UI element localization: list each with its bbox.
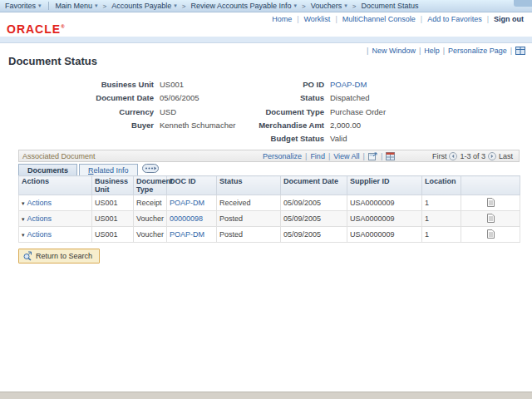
doc-id-link[interactable]: 00000098 [170,214,203,223]
field-value: US001 [160,80,184,89]
field-business-unit: Business Unit US001 [21,80,184,89]
home-link[interactable]: Home [272,15,292,23]
associated-document-grid: Associated Document Personalize | Find |… [18,150,520,243]
add-to-favorites-link[interactable]: Add to Favorites [427,15,482,23]
find-link[interactable]: Find [310,150,325,162]
link-separator: | [421,15,422,23]
col-actions: Actions [19,176,92,195]
favorites-menu[interactable]: Favorites ▾ [5,2,42,10]
field-label: Budget Status [209,134,324,143]
topbar-corner-decoration [514,0,532,7]
col-document-type: Document Type [134,176,167,195]
new-window-link[interactable]: New Window [372,47,416,55]
zoom-window-icon[interactable] [368,152,377,160]
link-separator: | [328,150,330,162]
table-row: ▾Actions US001 Voucher POAP-DM Posted 05… [19,227,520,243]
chevron-down-icon: ▾ [38,2,42,9]
download-grid-icon[interactable] [386,152,395,160]
main-menu-label: Main Menu [56,2,93,10]
layout-grid-icon[interactable] [515,47,525,55]
window-bottom-strip [0,392,532,399]
field-currency: Currency USD [21,107,176,116]
breadcrumb-item-accounts-payable[interactable]: Accounts Payable ▾ [98,2,177,10]
cell-business-unit: US001 [92,211,134,227]
cell-status: Posted [217,227,281,243]
link-separator: | [381,150,382,162]
field-label: Merchandise Amt [209,121,324,130]
field-label: Status [209,93,324,102]
favorites-label: Favorites [5,2,36,10]
field-value: Dispatched [330,93,370,102]
link-separator: | [419,47,421,55]
field-value: 2,000.00 [330,121,361,130]
personalize-link[interactable]: Personalize [263,150,302,162]
cell-document-type: Voucher [134,227,167,243]
show-all-columns-icon[interactable] [142,164,159,175]
actions-link[interactable]: Actions [27,199,52,207]
tab-label: elated Info [94,166,129,175]
doc-id-link[interactable]: POAP-DM [170,199,204,207]
help-link[interactable]: Help [424,47,440,55]
worklist-link[interactable]: Worklist [304,15,331,23]
next-page-icon[interactable] [488,152,496,160]
last-page-link[interactable]: Last [499,150,513,162]
cell-location: 1 [422,195,461,211]
return-to-search-button[interactable]: Return to Search [18,249,100,264]
grid-header-bar: Associated Document Personalize | Find |… [18,150,520,162]
field-value: USD [160,107,176,116]
breadcrumb-item-document-status: Document Status [347,2,419,10]
field-merchandise-amt: Merchandise Amt 2,000.00 [209,121,361,130]
first-page-link[interactable]: First [432,150,447,162]
table-header-row: Actions Business Unit Document Type DOC … [19,176,520,195]
link-separator: | [335,15,337,23]
field-value: 05/06/2005 [160,93,200,102]
col-location: Location [422,176,461,195]
field-label: Document Date [21,93,154,102]
field-label: Currency [21,107,154,116]
col-supplier-id: Supplier ID [347,176,422,195]
view-document-icon[interactable] [487,232,495,240]
breadcrumb-item-review-ap-info[interactable]: Review Accounts Payable Info ▾ [177,2,297,10]
sign-out-link[interactable]: Sign out [494,15,524,23]
view-document-icon[interactable] [487,200,495,209]
return-to-search-icon [22,251,36,261]
col-view-document [461,176,520,195]
personalize-page-link[interactable]: Personalize Page [448,47,507,55]
col-doc-id: DOC ID [167,176,217,195]
breadcrumb-label: Document Status [361,2,418,10]
actions-link[interactable]: Actions [27,230,52,239]
col-document-date: Document Date [281,176,347,195]
grid-title: Associated Document [22,150,96,162]
cell-supplier-id: USA0000009 [347,227,422,243]
tab-related-info[interactable]: Related Info [79,164,138,175]
field-label: Business Unit [21,80,154,89]
cell-document-type: Voucher [134,211,167,227]
cell-document-date: 05/09/2005 [281,211,347,227]
link-separator: | [510,47,512,55]
previous-page-icon[interactable] [449,152,457,160]
link-separator: | [363,150,365,162]
col-business-unit: Business Unit [92,176,134,195]
tab-documents[interactable]: Documents [18,164,77,175]
table-row: ▾Actions US001 Receipt POAP-DM Received … [19,195,520,211]
cell-document-date: 05/09/2005 [281,227,347,243]
view-all-link[interactable]: View All [333,150,359,162]
grid-tabs: Documents Related Info [18,163,520,175]
main-menu[interactable]: Main Menu ▾ [56,2,98,10]
actions-link[interactable]: Actions [27,214,52,223]
cell-location: 1 [422,227,461,243]
cell-document-date: 05/09/2005 [281,195,347,211]
grid-pagination: First 1-3 of 3 Last [430,150,515,162]
doc-id-link[interactable]: POAP-DM [170,230,204,239]
view-document-icon[interactable] [487,216,495,224]
field-budget-status: Budget Status Valid [209,134,347,143]
field-document-date: Document Date 05/06/2005 [21,93,200,102]
grid-toolbar: Personalize | Find | View All | | [263,150,395,162]
header-divider-bar [0,37,532,43]
link-separator: | [487,15,489,23]
header: Home | Worklist | MultiChannel Console |… [0,13,532,37]
po-id-link[interactable]: POAP-DM [330,80,367,89]
field-po-id: PO ID POAP-DM [209,80,367,89]
multichannel-console-link[interactable]: MultiChannel Console [342,15,416,23]
breadcrumb-item-vouchers[interactable]: Vouchers ▾ [297,2,347,10]
